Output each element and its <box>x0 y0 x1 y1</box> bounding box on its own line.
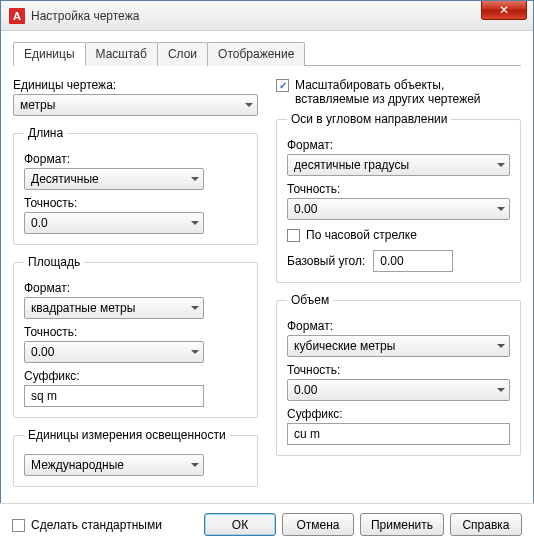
length-precision-value: 0.0 <box>31 216 48 230</box>
volume-format-value: кубические метры <box>294 339 395 353</box>
area-precision-label: Точность: <box>24 325 247 339</box>
angle-format-value: десятичные градусы <box>294 158 409 172</box>
chevron-down-icon <box>497 344 505 348</box>
volume-group: Объем Формат: кубические метры Точность:… <box>276 293 521 456</box>
angle-group: Оси в угловом направлении Формат: десяти… <box>276 112 521 283</box>
volume-suffix-input[interactable]: cu m <box>287 423 510 445</box>
tab-display[interactable]: Отображение <box>207 42 305 66</box>
angle-format-label: Формат: <box>287 138 510 152</box>
apply-button[interactable]: Применить <box>360 513 444 536</box>
volume-suffix-value: cu m <box>294 427 320 441</box>
length-format-select[interactable]: Десятичные <box>24 168 204 190</box>
volume-suffix-label: Суффикс: <box>287 407 510 421</box>
area-format-select[interactable]: квадратные метры <box>24 297 204 319</box>
tab-strip: Единицы Масштаб Слои Отображение <box>13 41 521 66</box>
volume-legend: Объем <box>287 293 333 307</box>
tab-units[interactable]: Единицы <box>13 42 86 66</box>
volume-precision-select[interactable]: 0.00 <box>287 379 510 401</box>
chevron-down-icon <box>497 207 505 211</box>
area-precision-value: 0.00 <box>31 345 54 359</box>
volume-precision-label: Точность: <box>287 363 510 377</box>
tab-scale[interactable]: Масштаб <box>85 42 158 66</box>
area-legend: Площадь <box>24 255 84 269</box>
scale-inserted-checkbox[interactable] <box>276 79 289 92</box>
close-icon: ✕ <box>499 3 509 17</box>
area-precision-select[interactable]: 0.00 <box>24 341 204 363</box>
angle-precision-select[interactable]: 0.00 <box>287 198 510 220</box>
chevron-down-icon <box>245 103 253 107</box>
angle-format-select[interactable]: десятичные градусы <box>287 154 510 176</box>
cancel-button[interactable]: Отмена <box>282 513 354 536</box>
volume-precision-value: 0.00 <box>294 383 317 397</box>
dialog-footer: Сделать стандартными ОК Отмена Применить… <box>0 503 534 545</box>
chevron-down-icon <box>191 221 199 225</box>
area-suffix-input[interactable]: sq m <box>24 385 204 407</box>
lighting-legend: Единицы измерения освещенности <box>24 428 230 442</box>
chevron-down-icon <box>191 177 199 181</box>
base-angle-label: Базовый угол: <box>287 254 365 268</box>
chevron-down-icon <box>191 350 199 354</box>
lighting-value: Международные <box>31 458 124 472</box>
drawing-units-select[interactable]: метры <box>13 94 258 116</box>
area-group: Площадь Формат: квадратные метры Точност… <box>13 255 258 418</box>
ok-button[interactable]: ОК <box>204 513 276 536</box>
length-precision-label: Точность: <box>24 196 247 210</box>
volume-format-select[interactable]: кубические метры <box>287 335 510 357</box>
make-default-checkbox[interactable] <box>12 519 25 532</box>
angle-precision-label: Точность: <box>287 182 510 196</box>
angle-precision-value: 0.00 <box>294 202 317 216</box>
length-precision-select[interactable]: 0.0 <box>24 212 204 234</box>
angle-legend: Оси в угловом направлении <box>287 112 451 126</box>
lighting-select[interactable]: Международные <box>24 454 204 476</box>
make-default-label: Сделать стандартными <box>31 518 162 532</box>
length-format-label: Формат: <box>24 152 247 166</box>
area-suffix-value: sq m <box>31 389 57 403</box>
length-legend: Длина <box>24 126 67 140</box>
area-format-label: Формат: <box>24 281 247 295</box>
clockwise-label: По часовой стрелке <box>306 228 417 242</box>
close-button[interactable]: ✕ <box>481 0 527 20</box>
length-format-value: Десятичные <box>31 172 99 186</box>
volume-format-label: Формат: <box>287 319 510 333</box>
drawing-units-value: метры <box>20 98 55 112</box>
window-title: Настройка чертежа <box>31 9 139 23</box>
base-angle-input[interactable]: 0.00 <box>373 250 453 272</box>
tab-layers[interactable]: Слои <box>157 42 208 66</box>
length-group: Длина Формат: Десятичные Точность: 0.0 <box>13 126 258 245</box>
scale-inserted-label: Масштабировать объекты, вставляемые из д… <box>295 78 521 106</box>
help-button[interactable]: Справка <box>450 513 522 536</box>
drawing-units-label: Единицы чертежа: <box>13 78 258 92</box>
titlebar: A Настройка чертежа ✕ <box>1 1 533 31</box>
area-suffix-label: Суффикс: <box>24 369 247 383</box>
app-icon: A <box>9 8 25 24</box>
chevron-down-icon <box>497 388 505 392</box>
base-angle-value: 0.00 <box>380 254 403 268</box>
chevron-down-icon <box>497 163 505 167</box>
chevron-down-icon <box>191 306 199 310</box>
lighting-group: Единицы измерения освещенности Междунаро… <box>13 428 258 487</box>
chevron-down-icon <box>191 463 199 467</box>
clockwise-checkbox[interactable] <box>287 229 300 242</box>
area-format-value: квадратные метры <box>31 301 135 315</box>
